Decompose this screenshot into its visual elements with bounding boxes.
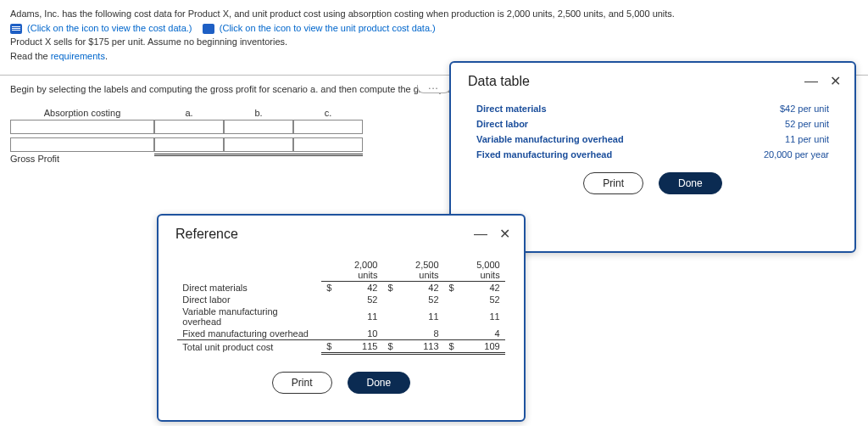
table-row: Direct materials $42 $42 $42 (177, 282, 504, 294)
col-c: c. (293, 106, 363, 120)
row2-label-input[interactable] (10, 137, 154, 152)
problem-links-row: (Click on the icon to view the cost data… (10, 21, 858, 36)
table-row: Variable manufacturing overhead 11 per u… (476, 132, 829, 147)
table-row-total: Total unit product cost $115 $113 $109 (177, 340, 504, 354)
unit-cost-link[interactable]: (Click on the icon to view the unit prod… (220, 23, 436, 33)
data-table-title: Data table (468, 74, 530, 89)
print-button[interactable]: Print (583, 172, 643, 194)
table-row: Variable manufacturing overhead 11 11 11 (177, 305, 504, 328)
print-button[interactable]: Print (272, 372, 332, 394)
worksheet-title: Absorption costing (10, 106, 154, 120)
col-a: a. (154, 106, 224, 120)
reference-title: Reference (175, 227, 238, 242)
problem-statement: Adams, Inc. has the following cost data … (0, 0, 868, 63)
minimize-icon[interactable]: — (474, 227, 487, 242)
table-row: Direct labor 52 per unit (476, 116, 829, 132)
row1-b-input[interactable] (224, 120, 293, 134)
row1-a-input[interactable] (154, 120, 224, 134)
requirements-link[interactable]: requirements (51, 51, 105, 61)
table-row: Direct labor 52 52 52 (177, 294, 504, 305)
cost-data-link[interactable]: (Click on the icon to view the cost data… (27, 23, 192, 33)
table-row: Fixed manufacturing overhead 10 8 4 (177, 328, 504, 340)
gross-profit-label: Gross Profit (10, 152, 154, 164)
gross-a-cell (154, 154, 224, 164)
col-b: b. (224, 106, 293, 120)
data-table-body: Direct materials $42 per unit Direct lab… (451, 96, 854, 162)
gross-c-cell (293, 154, 363, 164)
row1-label-input[interactable] (10, 120, 154, 134)
row2-c-input[interactable] (293, 137, 363, 152)
problem-line2: Product X sells for $175 per unit. Assum… (10, 35, 858, 49)
row2-b-input[interactable] (224, 137, 293, 152)
gross-b-cell (224, 154, 293, 164)
reference-table: 2,000 units 2,500 units 5,000 units Dire… (177, 259, 504, 355)
minimize-icon[interactable]: — (804, 74, 818, 89)
section-handle[interactable]: ••• (417, 85, 451, 93)
row2-a-input[interactable] (154, 137, 224, 152)
close-icon[interactable]: ✕ (499, 226, 510, 242)
table-icon[interactable] (10, 24, 22, 34)
close-icon[interactable]: ✕ (830, 73, 841, 89)
table-row: Fixed manufacturing overhead 20,000 per … (476, 147, 829, 162)
done-button[interactable]: Done (348, 372, 411, 394)
table-row: Direct materials $42 per unit (476, 101, 829, 116)
doc-icon[interactable] (203, 24, 214, 34)
reference-dialog: Reference — ✕ 2,000 units 2,500 units 5,… (157, 214, 526, 422)
problem-line1: Adams, Inc. has the following cost data … (10, 7, 858, 21)
row1-c-input[interactable] (293, 120, 363, 134)
done-button[interactable]: Done (659, 172, 722, 194)
